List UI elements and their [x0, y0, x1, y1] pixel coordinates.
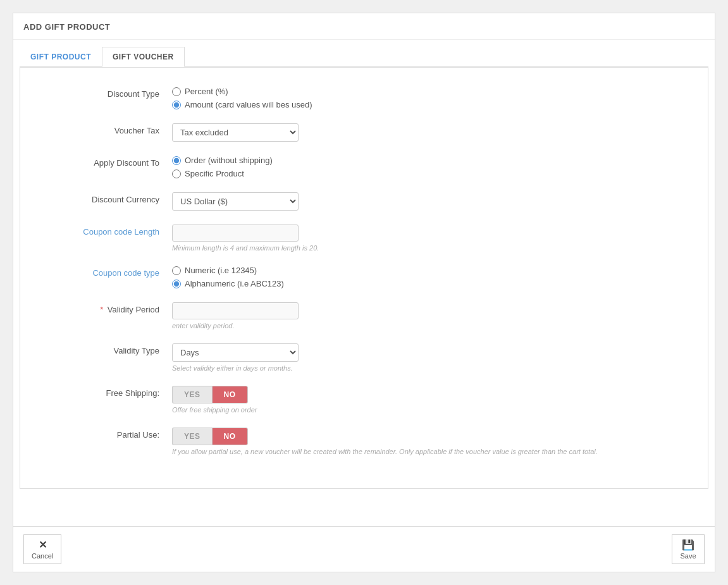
- partial-use-yes-button[interactable]: YES: [172, 428, 212, 445]
- coupon-code-length-input[interactable]: [172, 225, 299, 242]
- validity-type-select[interactable]: Days Months: [172, 343, 299, 362]
- tab-content-gift-voucher: Discount Type Percent (%) Amount (card v…: [20, 67, 708, 489]
- apply-discount-label: Apply Discount To: [33, 156, 172, 168]
- partial-use-label: Partial Use:: [33, 428, 172, 440]
- partial-use-no-button[interactable]: NO: [212, 428, 248, 445]
- apply-discount-order-label: Order (without shipping): [185, 156, 273, 165]
- free-shipping-hint: Offer free shipping on order: [172, 406, 695, 414]
- page-title: ADD GIFT PRODUCT: [13, 13, 715, 40]
- validity-period-hint: enter validity period.: [172, 322, 695, 329]
- apply-discount-specific-label: Specific Product: [185, 169, 244, 178]
- save-label: Save: [680, 552, 696, 560]
- discount-type-controls: Percent (%) Amount (card values will bes…: [172, 87, 695, 109]
- voucher-tax-label: Voucher Tax: [33, 123, 172, 135]
- apply-discount-order-radio[interactable]: [172, 156, 181, 165]
- discount-type-radio-group: Percent (%) Amount (card values will bes…: [172, 87, 695, 109]
- free-shipping-row: Free Shipping: YES NO Offer free shippin…: [33, 386, 695, 414]
- coupon-type-numeric-radio[interactable]: [172, 266, 181, 275]
- validity-period-controls: enter validity period.: [172, 302, 695, 329]
- apply-discount-specific[interactable]: Specific Product: [172, 169, 695, 178]
- discount-currency-select[interactable]: US Dollar ($) Euro (€) GBP (£): [172, 192, 299, 211]
- discount-type-percent-radio[interactable]: [172, 87, 181, 96]
- discount-currency-controls: US Dollar ($) Euro (€) GBP (£): [172, 192, 695, 211]
- coupon-code-length-controls: Minimum length is 4 and maximum length i…: [172, 225, 695, 252]
- discount-type-label: Discount Type: [33, 87, 172, 99]
- coupon-type-numeric-label: Numeric (i.e 12345): [185, 266, 257, 275]
- footer: ✕ Cancel 💾 Save: [13, 526, 715, 572]
- apply-discount-specific-radio[interactable]: [172, 169, 181, 178]
- free-shipping-yes-button[interactable]: YES: [172, 386, 212, 403]
- save-icon: 💾: [682, 539, 694, 551]
- main-container: ADD GIFT PRODUCT GIFT PRODUCT GIFT VOUCH…: [13, 13, 715, 572]
- validity-period-row: * Validity Period enter validity period.: [33, 302, 695, 329]
- coupon-code-length-hint: Minimum length is 4 and maximum length i…: [172, 244, 695, 252]
- coupon-type-numeric[interactable]: Numeric (i.e 12345): [172, 266, 695, 275]
- discount-type-percent[interactable]: Percent (%): [172, 87, 695, 96]
- partial-use-toggle: YES NO: [172, 428, 695, 445]
- cancel-label: Cancel: [32, 552, 53, 560]
- discount-type-amount[interactable]: Amount (card values will bes used): [172, 100, 695, 109]
- discount-type-amount-radio[interactable]: [172, 101, 181, 109]
- cancel-icon: ✕: [39, 539, 47, 551]
- free-shipping-controls: YES NO Offer free shipping on order: [172, 386, 695, 414]
- validity-period-required-star: *: [100, 305, 103, 314]
- validity-type-hint: Select validity either in days or months…: [172, 364, 695, 372]
- voucher-tax-row: Voucher Tax Tax excluded Tax included: [33, 123, 695, 142]
- voucher-tax-select[interactable]: Tax excluded Tax included: [172, 123, 299, 142]
- validity-type-row: Validity Type Days Months Select validit…: [33, 343, 695, 372]
- coupon-code-type-radio-group: Numeric (i.e 12345) Alphanumeric (i.e AB…: [172, 266, 695, 288]
- coupon-type-alphanumeric-label: Alphanumeric (i.e ABC123): [185, 279, 284, 288]
- validity-period-input[interactable]: [172, 302, 299, 319]
- validity-type-label: Validity Type: [33, 343, 172, 355]
- voucher-tax-controls: Tax excluded Tax included: [172, 123, 695, 142]
- apply-discount-radio-group: Order (without shipping) Specific Produc…: [172, 156, 695, 178]
- partial-use-hint: If you allow partial use, a new voucher …: [172, 448, 615, 455]
- discount-type-percent-label: Percent (%): [185, 87, 228, 96]
- cancel-button[interactable]: ✕ Cancel: [23, 534, 61, 564]
- free-shipping-toggle: YES NO: [172, 386, 695, 403]
- tab-gift-product[interactable]: GIFT PRODUCT: [20, 47, 102, 67]
- validity-period-label-text: Validity Period: [108, 305, 159, 314]
- apply-discount-controls: Order (without shipping) Specific Produc…: [172, 156, 695, 178]
- validity-type-controls: Days Months Select validity either in da…: [172, 343, 695, 372]
- coupon-type-alphanumeric-radio[interactable]: [172, 280, 181, 288]
- tab-gift-voucher[interactable]: GIFT VOUCHER: [102, 47, 185, 67]
- coupon-code-length-label: Coupon code Length: [33, 225, 172, 237]
- free-shipping-label: Free Shipping:: [33, 386, 172, 398]
- apply-discount-order[interactable]: Order (without shipping): [172, 156, 695, 165]
- coupon-type-alphanumeric[interactable]: Alphanumeric (i.e ABC123): [172, 279, 695, 288]
- discount-type-row: Discount Type Percent (%) Amount (card v…: [33, 87, 695, 109]
- discount-type-amount-label: Amount (card values will bes used): [185, 100, 312, 109]
- tabs-bar: GIFT PRODUCT GIFT VOUCHER: [20, 46, 708, 67]
- partial-use-row: Partial Use: YES NO If you allow partial…: [33, 428, 695, 455]
- discount-currency-label: Discount Currency: [33, 192, 172, 204]
- partial-use-controls: YES NO If you allow partial use, a new v…: [172, 428, 695, 455]
- coupon-code-type-row: Coupon code type Numeric (i.e 12345) Alp…: [33, 266, 695, 288]
- free-shipping-no-button[interactable]: NO: [212, 386, 248, 403]
- coupon-code-type-label: Coupon code type: [33, 266, 172, 278]
- save-button[interactable]: 💾 Save: [672, 534, 705, 564]
- apply-discount-row: Apply Discount To Order (without shippin…: [33, 156, 695, 178]
- validity-period-label: * Validity Period: [33, 302, 172, 314]
- coupon-code-type-controls: Numeric (i.e 12345) Alphanumeric (i.e AB…: [172, 266, 695, 288]
- discount-currency-row: Discount Currency US Dollar ($) Euro (€)…: [33, 192, 695, 211]
- coupon-code-length-row: Coupon code Length Minimum length is 4 a…: [33, 225, 695, 252]
